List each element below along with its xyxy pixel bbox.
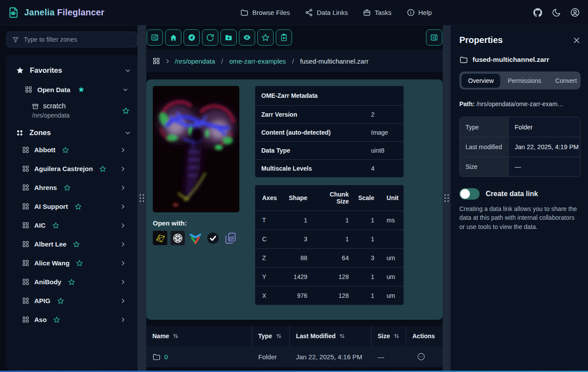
properties-resize-handle[interactable]: [443, 25, 451, 371]
new-folder-button[interactable]: [220, 29, 237, 46]
sort-icon[interactable]: [276, 333, 282, 339]
star-outline-icon[interactable]: [76, 260, 83, 267]
zone-filter-box[interactable]: [6, 32, 137, 47]
star-outline-icon[interactable]: [68, 279, 75, 286]
app-brand[interactable]: Janelia Fileglancer: [8, 7, 105, 18]
detail-value: Folder: [509, 117, 580, 137]
zone-filter-input[interactable]: [24, 36, 132, 43]
close-icon[interactable]: [573, 36, 581, 44]
favorite-star-button[interactable]: [257, 29, 274, 46]
star-outline-icon[interactable]: [53, 316, 60, 323]
path-line: Path: /nrs/opendata/ome-zarr-exam…: [459, 100, 581, 107]
star-outline-icon[interactable]: [64, 184, 71, 191]
refresh-button[interactable]: [202, 29, 218, 46]
home-button[interactable]: [165, 29, 181, 46]
grid-icon: [22, 203, 29, 210]
sidebar-item-zone[interactable]: AIC: [22, 216, 131, 235]
sort-icon[interactable]: [393, 333, 400, 339]
star-outline-icon[interactable]: [52, 222, 59, 229]
scratch-label: scratch: [43, 102, 66, 110]
chevron-right-icon: [120, 298, 126, 304]
breadcrumb-segment[interactable]: ome-zarr-examples: [229, 57, 286, 65]
gem-viewer-app-icon[interactable]: [170, 231, 185, 245]
breadcrumb-segment[interactable]: /nrs/opendata: [175, 57, 215, 65]
root-grid-icon[interactable]: [152, 57, 160, 65]
star-outline-icon[interactable]: [73, 241, 80, 248]
neuroglancer-app-icon[interactable]: [153, 231, 167, 245]
metadata-table-title: OME-Zarr Metadata: [255, 86, 404, 106]
nav-help[interactable]: Help: [407, 8, 432, 17]
column-header-size[interactable]: Size: [372, 326, 406, 346]
chevron-right-icon: [120, 204, 126, 210]
file-name-link[interactable]: 0: [164, 353, 168, 361]
sidebar-item-scratch[interactable]: scratch /nrs/opendata: [32, 102, 131, 119]
column-header-last-modified[interactable]: Last Modified: [290, 326, 372, 346]
drag-dots-icon: [444, 194, 449, 202]
star-filled-teal-icon[interactable]: [78, 86, 85, 93]
tab-permissions[interactable]: Permissions: [501, 74, 548, 88]
star-outline-icon[interactable]: [57, 297, 64, 304]
column-header-name[interactable]: Name: [146, 326, 252, 346]
sidebar-item-zone[interactable]: Aso: [22, 310, 131, 329]
sidebar-item-zone[interactable]: Ahrens: [22, 178, 131, 197]
sidebar-item-zone[interactable]: AniBody: [22, 272, 131, 291]
tab-convert[interactable]: Convert: [549, 74, 584, 88]
sidebar-item-zone[interactable]: Abbott: [22, 140, 131, 159]
zone-label: AniBody: [34, 278, 61, 286]
nav-data-links[interactable]: Data Links: [305, 8, 348, 17]
sidebar-item-zone[interactable]: Aguilera Castrejon: [22, 159, 131, 178]
detail-label: Last modified: [460, 137, 509, 157]
axes-table: Axes Shape Chunk Size Scale Unit T 1 1 1…: [255, 185, 404, 305]
sidebar-item-zone[interactable]: Alice Wang: [22, 254, 131, 272]
copy-path-clipboard-button[interactable]: [276, 29, 292, 46]
vizarr-app-icon[interactable]: [188, 231, 202, 245]
zone-label: Aguilera Castrejon: [34, 165, 93, 172]
validator-app-icon[interactable]: [206, 231, 220, 245]
favorites-section-header[interactable]: Favorites: [16, 66, 131, 75]
sidebar-item-zone[interactable]: APIG: [22, 291, 131, 310]
column-header-type[interactable]: Type: [252, 326, 290, 346]
file-row[interactable]: 0 Folder Jan 22, 2025, 4:16 PM —: [146, 346, 443, 367]
tab-overview[interactable]: Overview: [462, 74, 500, 88]
create-data-link-toggle[interactable]: [459, 188, 480, 200]
metadata-value: uint8: [365, 142, 404, 160]
star-outline-icon[interactable]: [75, 203, 82, 210]
show-hidden-eye-button[interactable]: [239, 29, 255, 46]
file-table-header: Name Type Last Modified Size Actions: [146, 326, 443, 346]
nav-tasks[interactable]: Tasks: [363, 8, 391, 17]
sidebar-item-open-data[interactable]: Open Data: [25, 86, 131, 93]
zone-label: Albert Lee: [34, 240, 66, 248]
sort-icon[interactable]: [173, 333, 179, 339]
star-filled-icon: [16, 66, 24, 75]
copy-link-icon[interactable]: [223, 231, 238, 245]
zarr-thumbnail-image: [153, 86, 239, 212]
collapse-left-panel-button[interactable]: [147, 29, 163, 46]
metadata-value: Image: [365, 124, 404, 142]
axes-cell: 64: [312, 249, 353, 268]
filter-funnel-icon: [12, 36, 19, 43]
github-icon[interactable]: [533, 7, 543, 18]
sidebar-item-zone[interactable]: Albert Lee: [22, 235, 131, 254]
sort-icon[interactable]: [339, 333, 345, 339]
axes-cell: 1: [353, 211, 379, 230]
detail-row: Type Folder: [460, 117, 580, 137]
sidebar-resize-handle[interactable]: [137, 25, 146, 371]
nav-browse-files[interactable]: Browse Files: [240, 8, 290, 17]
account-icon[interactable]: [570, 7, 580, 18]
sidebar-item-zone[interactable]: AI Support: [22, 197, 131, 216]
row-actions-menu-icon[interactable]: [417, 352, 426, 361]
star-outline-icon[interactable]: [122, 107, 130, 114]
axes-cell: X: [255, 286, 282, 305]
zones-section-header[interactable]: Zones: [16, 129, 131, 137]
column-label: Last Modified: [296, 333, 335, 340]
dark-mode-moon-icon[interactable]: [552, 8, 561, 18]
axes-cell: 128: [312, 268, 353, 286]
path-value: /nrs/opendata/ome-zarr-exam…: [476, 100, 563, 107]
axes-cell: [379, 230, 404, 249]
open-right-panel-button[interactable]: [426, 29, 442, 46]
star-outline-icon[interactable]: [99, 165, 106, 172]
top-navbar: Janelia Fileglancer Browse Files Data Li…: [0, 0, 588, 25]
favorites-label: Favorites: [30, 66, 119, 75]
star-outline-icon[interactable]: [62, 147, 69, 154]
navigate-button[interactable]: [184, 29, 200, 46]
